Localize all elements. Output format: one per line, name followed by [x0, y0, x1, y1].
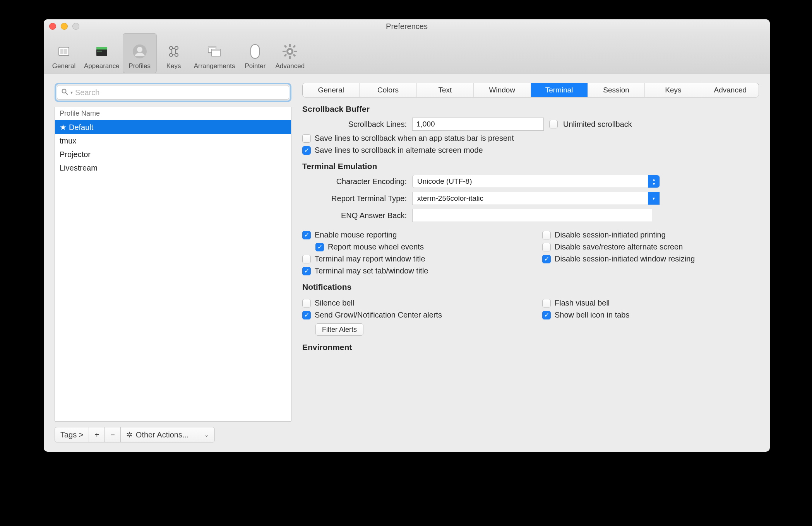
report-window-title-checkbox[interactable] [302, 255, 311, 263]
toolbar-label: Keys [166, 62, 181, 70]
tab-advanced[interactable]: Advanced [702, 83, 759, 97]
toolbar-item-appearance[interactable]: Appearance [81, 33, 123, 73]
tab-general[interactable]: General [303, 83, 360, 97]
profile-row[interactable]: Livestream [55, 161, 291, 175]
checkbox-label: Report mouse wheel events [328, 243, 424, 251]
svg-rect-4 [96, 47, 107, 50]
minimize-button[interactable] [61, 23, 68, 30]
unlimited-label: Unlimited scrollback [563, 120, 632, 129]
profile-row[interactable]: tmux [55, 134, 291, 148]
section-title: Environment [302, 343, 759, 352]
svg-rect-15 [289, 56, 291, 59]
bell-icon-tabs-checkbox[interactable]: ✓ [542, 311, 551, 319]
checkbox-label: Disable session-initiated window resizin… [555, 254, 695, 263]
save-alt-checkbox[interactable]: ✓ [302, 146, 311, 155]
toolbar-item-pointer[interactable]: Pointer [238, 33, 272, 73]
profile-rows: ★Default tmux Projector Livestream [55, 120, 291, 421]
mouse-reporting-checkbox[interactable]: ✓ [302, 231, 311, 239]
zoom-button[interactable] [72, 23, 79, 30]
report-type-combo[interactable]: xterm-256color-italic ▾ [412, 192, 660, 205]
emulation-right-col: Disable session-initiated printing Disab… [542, 227, 759, 275]
checkbox-label: Flash visual bell [555, 299, 610, 307]
mouse-wheel-checkbox[interactable]: ✓ [315, 243, 324, 251]
section-title: Terminal Emulation [302, 162, 759, 171]
tab-colors[interactable]: Colors [360, 83, 416, 97]
checkbox-label: Enable mouse reporting [315, 231, 397, 239]
other-actions-button[interactable]: ✲ Other Actions... ⌄ [120, 427, 215, 442]
updown-icon: ▴▾ [648, 175, 660, 188]
section-scrollback: Scrollback Buffer Scrollback Lines: Unli… [302, 104, 759, 155]
tab-keys[interactable]: Keys [645, 83, 702, 97]
profile-list: Profile Name ★Default tmux Projector Liv… [55, 107, 291, 422]
toolbar-item-keys[interactable]: Keys [157, 33, 191, 73]
emulation-left-col: ✓Enable mouse reporting ✓Report mouse wh… [302, 227, 519, 275]
svg-point-7 [137, 47, 142, 52]
svg-point-22 [288, 50, 291, 53]
checkbox-label: Save lines to scrollback when an app sta… [315, 134, 514, 143]
enq-input[interactable] [412, 209, 652, 222]
unlimited-checkbox[interactable] [549, 120, 558, 128]
svg-rect-17 [294, 51, 297, 52]
traffic-lights [49, 23, 79, 30]
flash-visual-bell-checkbox[interactable] [542, 299, 551, 307]
profile-tabs: General Colors Text Window Terminal Sess… [302, 83, 759, 97]
filter-alerts-button[interactable]: Filter Alerts [315, 323, 363, 336]
sidebar-footer: Tags > + − ✲ Other Actions... ⌄ [55, 427, 291, 442]
toolbar-item-advanced[interactable]: Advanced [272, 33, 308, 73]
section-emulation: Terminal Emulation Character Encoding: U… [302, 162, 759, 275]
search-field[interactable]: ▾ [57, 85, 289, 100]
disable-altscreen-checkbox[interactable] [542, 243, 551, 251]
scrollback-lines-input[interactable] [412, 118, 544, 131]
set-tab-title-checkbox[interactable]: ✓ [302, 267, 311, 275]
combo-value: xterm-256color-italic [417, 194, 483, 203]
toolbar-item-profiles[interactable]: Profiles [123, 33, 157, 73]
save-statusbar-checkbox[interactable] [302, 134, 311, 143]
search-focus-ring: ▾ [55, 83, 291, 102]
checkbox-label: Silence bell [315, 299, 354, 307]
preferences-window: Preferences General Appearance Profiles … [44, 19, 770, 452]
mouse-icon [246, 42, 264, 61]
profile-row[interactable]: ★Default [55, 120, 291, 134]
svg-rect-18 [284, 45, 287, 48]
tags-button[interactable]: Tags > [55, 427, 89, 442]
toolbar-label: Arrangements [194, 62, 235, 70]
tab-text[interactable]: Text [417, 83, 474, 97]
svg-rect-21 [284, 54, 287, 57]
svg-rect-0 [59, 47, 69, 56]
search-input[interactable] [75, 88, 285, 97]
profile-name: Livestream [60, 164, 98, 172]
svg-rect-20 [293, 45, 296, 48]
gear-icon [281, 42, 299, 61]
svg-rect-5 [97, 51, 102, 51]
svg-rect-14 [289, 44, 291, 47]
profile-row[interactable]: Projector [55, 148, 291, 161]
window-title: Preferences [386, 22, 428, 31]
toolbar-label: Advanced [275, 62, 305, 70]
section-environment: Environment [302, 343, 759, 356]
tab-terminal[interactable]: Terminal [531, 83, 588, 97]
tab-session[interactable]: Session [588, 83, 645, 97]
checkbox-label: Disable session-initiated printing [555, 231, 666, 239]
toolbar-label: Appearance [84, 62, 120, 70]
toolbar-item-arrangements[interactable]: Arrangements [191, 33, 238, 73]
disable-printing-checkbox[interactable] [542, 231, 551, 239]
checkbox-label: Disable save/restore alternate screen [555, 243, 683, 251]
select-value: Unicode (UTF-8) [417, 177, 472, 186]
minus-icon: − [110, 430, 115, 439]
checkbox-label: Show bell icon in tabs [555, 311, 629, 319]
titlebar: Preferences [44, 19, 770, 33]
tab-window[interactable]: Window [474, 83, 531, 97]
toolbar: General Appearance Profiles Keys Arrange… [44, 33, 770, 73]
checkbox-label: Terminal may set tab/window title [315, 266, 428, 275]
remove-profile-button[interactable]: − [104, 427, 121, 442]
content-area: ▾ Profile Name ★Default tmux Projector L… [44, 73, 770, 452]
add-profile-button[interactable]: + [89, 427, 105, 442]
profiles-icon [130, 42, 149, 61]
close-button[interactable] [49, 23, 56, 30]
silence-bell-checkbox[interactable] [302, 299, 311, 307]
growl-alerts-checkbox[interactable]: ✓ [302, 311, 311, 319]
encoding-select[interactable]: Unicode (UTF-8) ▴▾ [412, 175, 660, 188]
toolbar-item-general[interactable]: General [47, 33, 81, 73]
profile-list-header: Profile Name [55, 107, 291, 120]
disable-resize-checkbox[interactable]: ✓ [542, 255, 551, 263]
